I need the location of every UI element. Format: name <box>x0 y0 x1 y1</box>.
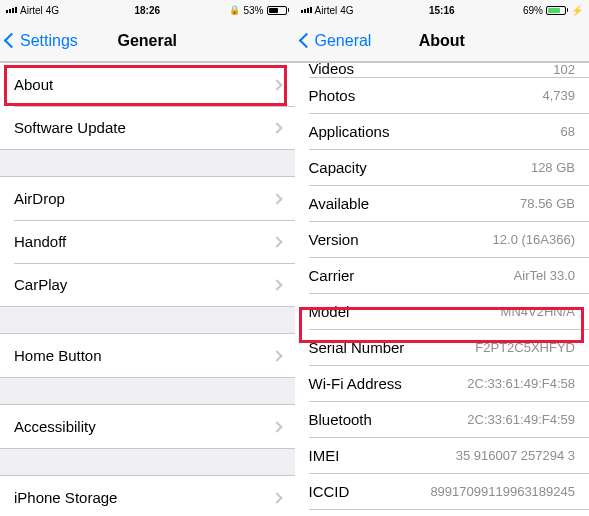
lock-icon: 🔒 <box>229 5 240 15</box>
back-button[interactable]: General <box>295 32 372 50</box>
row-label: Wi-Fi Address <box>309 375 402 392</box>
row-capacity[interactable]: Capacity128 GB <box>295 149 590 185</box>
chevron-right-icon <box>271 79 282 90</box>
page-title: General <box>117 32 177 50</box>
row-label: Model <box>309 303 350 320</box>
battery-icon <box>267 6 289 15</box>
status-time: 18:26 <box>134 5 160 16</box>
signal-icon <box>6 7 17 13</box>
status-time: 15:16 <box>429 5 455 16</box>
content: Videos102Photos4,739Applications68Capaci… <box>295 62 590 516</box>
chevron-right-icon <box>271 236 282 247</box>
page-title: About <box>419 32 465 50</box>
status-carrier: Airtel <box>20 5 43 16</box>
row-applications[interactable]: Applications68 <box>295 113 590 149</box>
row-value: 2C:33:61:49:F4:58 <box>467 376 575 391</box>
row-value: 12.0 (16A366) <box>493 232 575 247</box>
row-videos[interactable]: Videos102 <box>295 63 590 77</box>
row-label: Videos <box>309 63 355 77</box>
row-label: Version <box>309 231 359 248</box>
row-imei[interactable]: IMEI35 916007 257294 3 <box>295 437 590 473</box>
row-wi-fi-address[interactable]: Wi-Fi Address2C:33:61:49:F4:58 <box>295 365 590 401</box>
back-button[interactable]: Settings <box>0 32 78 50</box>
chevron-right-icon <box>271 421 282 432</box>
row-label: Handoff <box>14 233 66 250</box>
row-label: AirDrop <box>14 190 65 207</box>
row-label: Applications <box>309 123 390 140</box>
chevron-right-icon <box>271 193 282 204</box>
row-software-update[interactable]: Software Update <box>0 106 295 149</box>
battery-percent: 53% <box>243 5 263 16</box>
row-label: IMEI <box>309 447 340 464</box>
row-label: Carrier <box>309 267 355 284</box>
row-value: 89917099119963189245 <box>430 484 575 499</box>
row-serial-number[interactable]: Serial NumberF2PT2C5XHFYD <box>295 329 590 365</box>
row-label: Home Button <box>14 347 102 364</box>
row-airdrop[interactable]: AirDrop <box>0 177 295 220</box>
row-photos[interactable]: Photos4,739 <box>295 77 590 113</box>
row-value: 68 <box>561 124 575 139</box>
row-value: 2C:33:61:49:F4:59 <box>467 412 575 427</box>
row-value: 35 916007 257294 3 <box>456 448 575 463</box>
battery-percent: 69% <box>523 5 543 16</box>
row-iphone-storage[interactable]: iPhone Storage <box>0 476 295 516</box>
row-label: About <box>14 76 53 93</box>
row-label: iPhone Storage <box>14 489 117 506</box>
row-value: F2PT2C5XHFYD <box>475 340 575 355</box>
row-value: 102 <box>553 63 575 77</box>
chevron-right-icon <box>271 350 282 361</box>
row-accessibility[interactable]: Accessibility <box>0 405 295 448</box>
row-home-button[interactable]: Home Button <box>0 334 295 377</box>
charging-icon: ⚡ <box>571 5 583 16</box>
chevron-left-icon <box>4 33 20 49</box>
back-label: Settings <box>20 32 78 50</box>
content: AboutSoftware UpdateAirDropHandoffCarPla… <box>0 62 295 516</box>
row-iccid[interactable]: ICCID89917099119963189245 <box>295 473 590 509</box>
row-model[interactable]: ModelMN4V2HN/A <box>295 293 590 329</box>
chevron-right-icon <box>271 279 282 290</box>
status-network: 4G <box>340 5 353 16</box>
row-handoff[interactable]: Handoff <box>0 220 295 263</box>
signal-icon <box>301 7 312 13</box>
nav-bar: Settings General <box>0 20 295 62</box>
row-label: Accessibility <box>14 418 96 435</box>
row-value: 4,739 <box>542 88 575 103</box>
nav-bar: General About <box>295 20 590 62</box>
status-bar: Airtel 4G 18:26 🔒 53% <box>0 0 295 20</box>
battery-icon <box>546 6 568 15</box>
row-about[interactable]: About <box>0 63 295 106</box>
row-label: Bluetooth <box>309 411 372 428</box>
row-bluetooth[interactable]: Bluetooth2C:33:61:49:F4:59 <box>295 401 590 437</box>
row-value: 128 GB <box>531 160 575 175</box>
row-label: Serial Number <box>309 339 405 356</box>
row-modem-firmware[interactable]: Modem Firmware3.00.01 <box>295 509 590 516</box>
status-network: 4G <box>46 5 59 16</box>
row-label: Capacity <box>309 159 367 176</box>
chevron-left-icon <box>298 33 314 49</box>
row-label: Photos <box>309 87 356 104</box>
row-label: Available <box>309 195 370 212</box>
row-value: MN4V2HN/A <box>501 304 575 319</box>
row-carplay[interactable]: CarPlay <box>0 263 295 306</box>
row-available[interactable]: Available78.56 GB <box>295 185 590 221</box>
status-bar: Airtel 4G 15:16 69% ⚡ <box>295 0 590 20</box>
screen-general: Airtel 4G 18:26 🔒 53% Settings General A… <box>0 0 295 516</box>
row-label: ICCID <box>309 483 350 500</box>
screen-about: Airtel 4G 15:16 69% ⚡ General About Vide… <box>295 0 590 516</box>
chevron-right-icon <box>271 122 282 133</box>
chevron-right-icon <box>271 492 282 503</box>
back-label: General <box>315 32 372 50</box>
row-value: AirTel 33.0 <box>514 268 575 283</box>
row-carrier[interactable]: CarrierAirTel 33.0 <box>295 257 590 293</box>
row-label: CarPlay <box>14 276 67 293</box>
row-value: 78.56 GB <box>520 196 575 211</box>
row-label: Software Update <box>14 119 126 136</box>
status-carrier: Airtel <box>315 5 338 16</box>
row-version[interactable]: Version12.0 (16A366) <box>295 221 590 257</box>
